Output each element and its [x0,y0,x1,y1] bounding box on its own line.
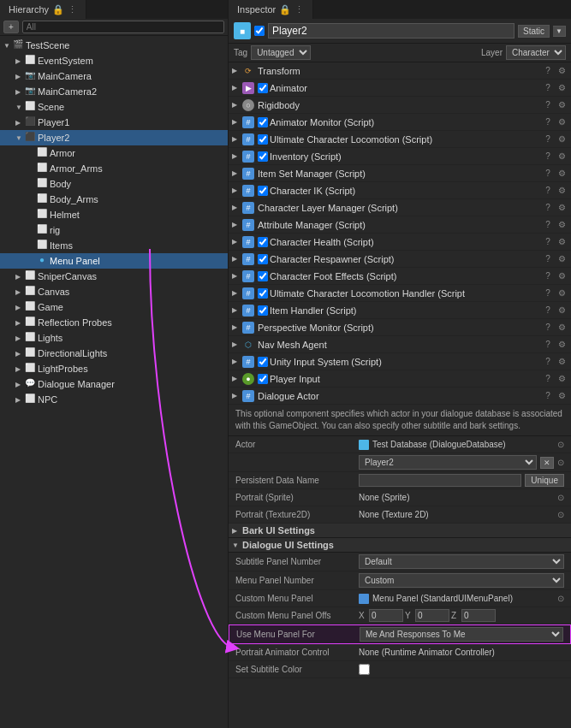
tree-item-body[interactable]: ⬜Body [0,176,228,192]
component-checkbox[interactable] [258,305,268,316]
tree-item-reflection-probes[interactable]: ▶⬜Reflection Probes [0,315,228,330]
dialogue-ui-section[interactable]: Dialogue UI Settings [229,538,571,553]
actor-sub-target-icon[interactable]: ⊙ [557,458,564,467]
component-settings-icon[interactable]: ⚙ [556,237,568,246]
component-settings-icon[interactable]: ⚙ [556,288,568,298]
inspector-tab[interactable]: Inspector 🔒 ⋮ [229,0,313,19]
component-checkbox[interactable] [258,117,268,127]
add-button[interactable]: + [3,21,19,33]
tree-item-eventsystem[interactable]: ▶⬜EventSystem [0,53,228,68]
component-checkbox[interactable] [258,357,268,367]
component-row[interactable]: ▶#Inventory (Script)?⚙ [229,148,571,165]
component-settings-icon[interactable]: ⚙ [556,374,568,383]
tree-item-directionallights[interactable]: ▶⬜DirectionalLights [0,346,228,361]
component-checkbox[interactable] [258,151,268,162]
component-row[interactable]: ▶#Ultimate Character Locomotion (Script)… [229,131,571,148]
menu-panel-number-select[interactable]: Custom [359,573,564,588]
tree-item-canvas[interactable]: ▶⬜Canvas [0,284,228,299]
tree-item-dialogue-manager[interactable]: ▶💬Dialogue Manager [0,376,228,392]
tree-item-maincamera[interactable]: ▶📷MainCamera [0,68,228,84]
static-arrow-button[interactable]: ▼ [553,26,566,37]
component-row[interactable]: ▶#Animator Monitor (Script)?⚙ [229,114,571,131]
component-settings-icon[interactable]: ⚙ [556,391,568,400]
unique-button[interactable]: Unique [525,474,564,487]
component-checkbox[interactable] [258,271,268,281]
tree-item-helmet[interactable]: ⬜Helmet [0,207,228,222]
component-settings-icon[interactable]: ⚙ [556,340,568,349]
tree-item-rig[interactable]: ⬜rig [0,222,228,238]
component-help-icon[interactable]: ? [542,357,554,366]
tree-item-game[interactable]: ▶⬜Game [0,299,228,315]
hierarchy-more-icon[interactable]: ⋮ [68,4,77,15]
portrait-texture-target[interactable]: ⊙ [557,510,564,519]
tree-item-armor[interactable]: ⬜Armor [0,145,228,161]
component-help-icon[interactable]: ? [542,254,554,263]
object-active-checkbox[interactable] [254,26,265,36]
search-input[interactable] [22,21,224,33]
component-row[interactable]: ▶○Rigidbody?⚙ [229,97,571,114]
component-row[interactable]: ▶▶Animator?⚙ [229,80,571,97]
component-help-icon[interactable]: ? [542,271,554,281]
component-help-icon[interactable]: ? [542,374,554,383]
component-settings-icon[interactable]: ⚙ [556,271,568,281]
component-help-icon[interactable]: ? [542,340,554,349]
component-row[interactable]: ▶#Character Foot Effects (Script)?⚙ [229,268,571,285]
tree-item-body_arms[interactable]: ⬜Body_Arms [0,192,228,207]
static-button[interactable]: Static [518,25,550,38]
component-checkbox[interactable] [258,134,268,145]
component-help-icon[interactable]: ? [542,151,554,161]
component-settings-icon[interactable]: ⚙ [556,169,568,178]
component-checkbox[interactable] [258,83,268,93]
actor-target-icon[interactable]: ⊙ [557,440,564,449]
bark-ui-section[interactable]: Bark UI Settings [229,524,571,538]
tree-item-maincamera2[interactable]: ▶📷MainCamera2 [0,84,228,99]
component-row[interactable]: ▶#Character Respawner (Script)?⚙ [229,251,571,268]
component-row[interactable]: ▶#Perspective Monitor (Script)?⚙ [229,319,571,336]
component-help-icon[interactable]: ? [542,186,554,195]
tree-item-player1[interactable]: ▶⬛Player1 [0,115,228,130]
component-help-icon[interactable]: ? [542,391,554,400]
tree-item-menu-panel[interactable]: ●Menu Panel [0,253,228,269]
component-help-icon[interactable]: ? [542,117,554,127]
actor-sub-select[interactable]: Player2 [359,455,537,470]
component-settings-icon[interactable]: ⚙ [556,357,568,366]
offs-y-input[interactable] [415,609,449,622]
persistent-data-name-input[interactable] [359,474,521,487]
component-help-icon[interactable]: ? [542,83,554,92]
component-settings-icon[interactable]: ⚙ [556,100,568,109]
component-row[interactable]: ▶●Player Input?⚙ [229,370,571,388]
tree-item-npc[interactable]: ▶⬜NPC [0,392,228,407]
component-help-icon[interactable]: ? [542,66,554,75]
component-settings-icon[interactable]: ⚙ [556,254,568,263]
tree-item-items[interactable]: ⬜Items [0,238,228,253]
component-settings-icon[interactable]: ⚙ [556,83,568,92]
component-checkbox[interactable] [258,374,268,384]
component-row[interactable]: ▶⬡Nav Mesh Agent?⚙ [229,336,571,353]
component-settings-icon[interactable]: ⚙ [556,134,568,144]
component-settings-icon[interactable]: ⚙ [556,66,568,75]
set-subtitle-color-checkbox[interactable] [359,664,370,675]
component-row[interactable]: ▶#Item Handler (Script)?⚙ [229,302,571,319]
inspector-more-icon[interactable]: ⋮ [294,4,304,15]
tree-item-scene[interactable]: ▼⬜Scene [0,99,228,115]
offs-x-input[interactable] [369,609,403,622]
component-help-icon[interactable]: ? [542,169,554,178]
component-settings-icon[interactable]: ⚙ [556,203,568,212]
component-row[interactable]: ▶#Character Layer Manager (Script)?⚙ [229,199,571,216]
component-row[interactable]: ▶#Unity Input System (Script)?⚙ [229,353,571,370]
offs-z-input[interactable] [461,609,496,622]
component-settings-icon[interactable]: ⚙ [556,220,568,229]
component-settings-icon[interactable]: ⚙ [556,323,568,332]
tag-select[interactable]: Untagged [251,45,311,60]
tree-item-lights[interactable]: ▶⬜Lights [0,330,228,346]
component-help-icon[interactable]: ? [542,237,554,246]
component-help-icon[interactable]: ? [542,323,554,332]
component-help-icon[interactable]: ? [542,100,554,109]
tree-item-armor_arms[interactable]: ⬜Armor_Arms [0,161,228,176]
component-help-icon[interactable]: ? [542,203,554,212]
component-settings-icon[interactable]: ⚙ [556,305,568,315]
actor-clear-button[interactable]: ✕ [540,457,554,469]
layer-select[interactable]: Character [506,45,566,60]
component-checkbox[interactable] [258,254,268,264]
component-row[interactable]: ▶⟳Transform?⚙ [229,62,571,80]
